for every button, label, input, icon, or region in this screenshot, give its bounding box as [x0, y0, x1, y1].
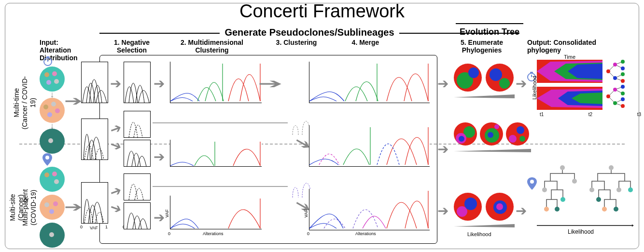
section-generate-label: Generate Pseudoclones/Sublineages [220, 27, 399, 38]
axis-likelihood: Likelihood [568, 228, 594, 235]
tick-t2: t2 [588, 112, 592, 117]
arrow-icon: ➔ [154, 150, 165, 164]
phylogeny-rowA [454, 64, 515, 98]
tick-one: 1 [105, 225, 108, 229]
svg-point-61 [596, 197, 601, 202]
tick-zero: 0 [168, 231, 170, 236]
plot-negsel-rowC-solid [124, 202, 151, 229]
svg-point-44 [613, 88, 617, 92]
svg-point-48 [621, 97, 625, 101]
svg-point-35 [621, 72, 625, 76]
input-samples-top: ↓ ↓ [40, 66, 65, 154]
arrow-icon: ➔ [154, 211, 165, 225]
arrow-icon: ➔ [64, 94, 82, 108]
input-samples-bottom [40, 167, 65, 248]
plot-multidim-rowC [170, 196, 262, 229]
arrow-icon: ➔ [110, 77, 121, 91]
svg-point-34 [613, 76, 617, 80]
svg-marker-14 [454, 149, 531, 152]
mini-tree-out-top2 [606, 85, 633, 110]
step3-label: 3. Clustering [267, 39, 325, 46]
svg-point-30 [606, 69, 610, 73]
plot-merge-rowB [309, 125, 430, 167]
svg-point-52 [572, 179, 577, 184]
plot-negsel-rowA [124, 62, 151, 103]
evolution-tree-label: Evolution Tree [460, 27, 519, 37]
output-likelihood-axis-v: Likelihood [532, 76, 537, 100]
plot-merge-rowA [309, 62, 430, 103]
row-label-or: or [24, 197, 29, 203]
svg-point-62 [602, 207, 607, 212]
svg-point-57 [609, 165, 614, 170]
axis-alterations: Alterations [355, 231, 376, 236]
plot-input-dist-rowB [81, 119, 108, 160]
output-tree-right [588, 164, 634, 224]
arrow-icon: ➔ [516, 77, 527, 91]
svg-rect-20 [530, 72, 533, 73]
output-likelihood-axis [537, 225, 633, 226]
arrow-icon: ➔ [64, 200, 82, 214]
svg-marker-18 [454, 224, 515, 227]
svg-point-58 [616, 187, 621, 192]
svg-point-51 [560, 165, 565, 170]
axis-vaf-vertical: VAF [304, 210, 308, 218]
plot-negsel-rowB-dashed [124, 111, 151, 138]
svg-marker-8 [454, 94, 515, 98]
svg-point-47 [613, 101, 617, 105]
svg-point-50 [530, 180, 534, 184]
output-label: Output: Consolidated phylogeny [527, 39, 633, 54]
plot-multidim-rowB [170, 140, 262, 167]
section-evolution-header: Evolution Tree [456, 27, 523, 37]
plot-multidim-rowA [170, 62, 262, 103]
svg-point-32 [621, 60, 625, 64]
plot-input-dist-rowC [81, 182, 108, 224]
axis-vaf-vertical: VAF [165, 210, 169, 218]
svg-point-45 [621, 85, 625, 89]
plot-negsel-rowB-solid [124, 140, 151, 167]
output-tree-left [541, 164, 584, 224]
step4-label: 4. Merge [344, 39, 387, 46]
svg-point-36 [621, 79, 625, 83]
phylogeny-rowC [454, 193, 515, 229]
axis-alterations: Alterations [203, 231, 224, 236]
row-label-multitime: Multi-time (Cancer / COVID-19) [13, 71, 37, 134]
tick-t3: t3 [637, 112, 641, 117]
svg-point-49 [621, 104, 625, 108]
tick-zero: 0 [80, 225, 83, 229]
row-label-multipatient: Multi-patient (COVID-19) [21, 181, 38, 234]
svg-point-33 [621, 66, 625, 70]
svg-point-60 [589, 187, 594, 192]
plot-negsel-rowC-dashed [124, 173, 151, 200]
map-pin-icon [527, 177, 537, 192]
arrow-icon: ➔ [154, 77, 165, 91]
arrow-icon: ➔ [437, 204, 448, 218]
svg-point-3 [45, 156, 49, 159]
arrow-icon: ➔ [258, 77, 282, 91]
svg-point-43 [606, 94, 610, 98]
arrow-icon: ➔ [437, 143, 448, 156]
arrow-icon: ➔ [516, 204, 527, 218]
tick-zero: 0 [307, 231, 309, 236]
svg-point-54 [560, 197, 565, 202]
mini-tree-out-top1 [606, 60, 633, 85]
phylogeny-rowB [454, 122, 531, 154]
svg-point-59 [628, 187, 633, 192]
page-title: Concerti Framework [0, 1, 644, 22]
long-arrow-line [153, 186, 288, 187]
plot-merge-rowC [309, 189, 430, 230]
svg-point-55 [544, 207, 549, 212]
svg-point-53 [542, 187, 547, 192]
step2-label: 2. Multidimensional Clustering [171, 39, 253, 54]
long-arrow-line [153, 122, 288, 123]
arrow-icon: ➔ [437, 77, 448, 91]
axis-vaf: VAF [90, 225, 98, 230]
tick-t1: t1 [540, 112, 544, 117]
axis-likelihood: Likelihood [467, 231, 491, 237]
map-pin-icon [42, 153, 52, 168]
svg-point-56 [555, 207, 560, 212]
svg-point-46 [621, 92, 625, 95]
svg-point-31 [613, 63, 617, 66]
plot-input-dist-rowA [81, 62, 108, 103]
svg-rect-1 [46, 56, 49, 58]
svg-point-63 [614, 207, 618, 212]
